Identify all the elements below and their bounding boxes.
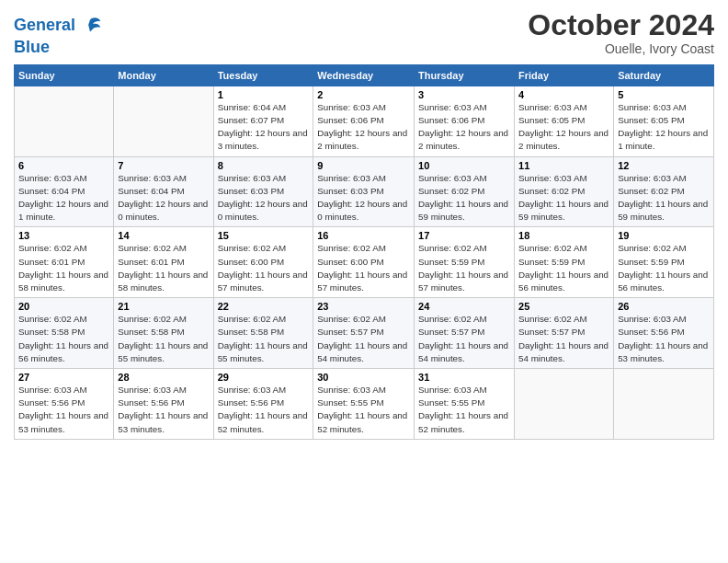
calendar-week-2: 6Sunrise: 6:03 AM Sunset: 6:04 PM Daylig… [15, 156, 714, 227]
calendar-cell: 10Sunrise: 6:03 AM Sunset: 6:02 PM Dayli… [415, 156, 515, 227]
day-info: Sunrise: 6:03 AM Sunset: 6:06 PM Dayligh… [418, 101, 510, 154]
calendar-week-3: 13Sunrise: 6:02 AM Sunset: 6:01 PM Dayli… [15, 227, 714, 298]
day-number: 30 [317, 372, 410, 383]
day-info: Sunrise: 6:02 AM Sunset: 5:58 PM Dayligh… [18, 313, 109, 365]
calendar-cell: 11Sunrise: 6:03 AM Sunset: 6:02 PM Dayli… [515, 156, 614, 227]
day-info: Sunrise: 6:02 AM Sunset: 5:57 PM Dayligh… [418, 313, 510, 365]
location: Ouelle, Ivory Coast [528, 41, 714, 56]
calendar-cell: 13Sunrise: 6:02 AM Sunset: 6:01 PM Dayli… [15, 227, 114, 298]
header: General Blue October 2024 Ouelle, Ivory … [14, 9, 714, 57]
calendar-cell: 28Sunrise: 6:03 AM Sunset: 5:56 PM Dayli… [114, 369, 213, 440]
day-number: 9 [317, 160, 410, 171]
header-saturday: Saturday [614, 64, 714, 86]
calendar-header-row: SundayMondayTuesdayWednesdayThursdayFrid… [15, 64, 714, 86]
day-number: 21 [118, 301, 209, 312]
day-number: 22 [218, 301, 310, 312]
calendar-cell: 22Sunrise: 6:02 AM Sunset: 5:58 PM Dayli… [213, 298, 313, 369]
header-friday: Friday [515, 64, 614, 86]
day-info: Sunrise: 6:03 AM Sunset: 6:05 PM Dayligh… [518, 101, 609, 154]
calendar-week-5: 27Sunrise: 6:03 AM Sunset: 5:56 PM Dayli… [15, 369, 714, 440]
calendar-week-4: 20Sunrise: 6:02 AM Sunset: 5:58 PM Dayli… [15, 298, 714, 369]
calendar-cell: 16Sunrise: 6:02 AM Sunset: 6:00 PM Dayli… [313, 227, 415, 298]
logo-icon [77, 13, 103, 39]
title-block: October 2024 Ouelle, Ivory Coast [528, 9, 714, 56]
day-number: 25 [518, 301, 609, 312]
day-info: Sunrise: 6:02 AM Sunset: 5:57 PM Dayligh… [317, 313, 410, 365]
day-number: 3 [418, 89, 510, 100]
day-number: 11 [518, 160, 609, 171]
day-number: 26 [618, 301, 710, 312]
day-number: 5 [618, 89, 710, 100]
day-info: Sunrise: 6:03 AM Sunset: 6:06 PM Dayligh… [317, 101, 410, 154]
calendar-cell: 8Sunrise: 6:03 AM Sunset: 6:03 PM Daylig… [213, 156, 313, 227]
calendar-cell: 24Sunrise: 6:02 AM Sunset: 5:57 PM Dayli… [415, 298, 515, 369]
day-info: Sunrise: 6:03 AM Sunset: 5:55 PM Dayligh… [317, 384, 410, 436]
day-info: Sunrise: 6:02 AM Sunset: 5:58 PM Dayligh… [218, 313, 310, 365]
day-number: 6 [18, 160, 109, 171]
day-number: 27 [18, 372, 109, 383]
day-info: Sunrise: 6:03 AM Sunset: 6:04 PM Dayligh… [118, 172, 209, 224]
day-number: 24 [418, 301, 510, 312]
calendar-cell [614, 369, 714, 440]
logo-text: General [14, 17, 75, 35]
day-number: 14 [118, 230, 209, 241]
day-info: Sunrise: 6:02 AM Sunset: 5:59 PM Dayligh… [518, 242, 609, 294]
calendar-cell: 27Sunrise: 6:03 AM Sunset: 5:56 PM Dayli… [15, 369, 114, 440]
day-number: 29 [218, 372, 310, 383]
calendar-cell: 26Sunrise: 6:03 AM Sunset: 5:56 PM Dayli… [614, 298, 714, 369]
calendar-cell: 6Sunrise: 6:03 AM Sunset: 6:04 PM Daylig… [15, 156, 114, 227]
day-info: Sunrise: 6:03 AM Sunset: 6:02 PM Dayligh… [618, 172, 710, 224]
calendar-cell: 1Sunrise: 6:04 AM Sunset: 6:07 PM Daylig… [213, 86, 313, 156]
day-info: Sunrise: 6:02 AM Sunset: 6:00 PM Dayligh… [218, 242, 310, 294]
day-info: Sunrise: 6:03 AM Sunset: 6:03 PM Dayligh… [317, 172, 410, 224]
header-wednesday: Wednesday [313, 64, 415, 86]
calendar-cell: 12Sunrise: 6:03 AM Sunset: 6:02 PM Dayli… [614, 156, 714, 227]
calendar-cell: 3Sunrise: 6:03 AM Sunset: 6:06 PM Daylig… [415, 86, 515, 156]
logo-blue: Blue [14, 39, 103, 57]
day-info: Sunrise: 6:03 AM Sunset: 5:55 PM Dayligh… [418, 384, 510, 436]
day-info: Sunrise: 6:02 AM Sunset: 6:01 PM Dayligh… [118, 242, 209, 294]
day-number: 19 [618, 230, 710, 241]
calendar-cell: 15Sunrise: 6:02 AM Sunset: 6:00 PM Dayli… [213, 227, 313, 298]
day-number: 23 [317, 301, 410, 312]
day-info: Sunrise: 6:02 AM Sunset: 5:57 PM Dayligh… [518, 313, 609, 365]
header-tuesday: Tuesday [213, 64, 313, 86]
day-number: 17 [418, 230, 510, 241]
calendar-cell: 2Sunrise: 6:03 AM Sunset: 6:06 PM Daylig… [313, 86, 415, 156]
calendar-cell [114, 86, 213, 156]
day-info: Sunrise: 6:03 AM Sunset: 6:03 PM Dayligh… [218, 172, 310, 224]
calendar-cell [515, 369, 614, 440]
header-thursday: Thursday [415, 64, 515, 86]
day-number: 18 [518, 230, 609, 241]
calendar-cell: 19Sunrise: 6:02 AM Sunset: 5:59 PM Dayli… [614, 227, 714, 298]
day-number: 10 [418, 160, 510, 171]
month-title: October 2024 [528, 9, 714, 41]
day-info: Sunrise: 6:02 AM Sunset: 6:01 PM Dayligh… [18, 242, 109, 294]
calendar-week-1: 1Sunrise: 6:04 AM Sunset: 6:07 PM Daylig… [15, 86, 714, 156]
calendar-cell: 31Sunrise: 6:03 AM Sunset: 5:55 PM Dayli… [415, 369, 515, 440]
day-number: 1 [218, 89, 310, 100]
header-sunday: Sunday [15, 64, 114, 86]
day-number: 4 [518, 89, 609, 100]
calendar: SundayMondayTuesdayWednesdayThursdayFrid… [14, 64, 714, 440]
calendar-cell: 21Sunrise: 6:02 AM Sunset: 5:58 PM Dayli… [114, 298, 213, 369]
day-number: 2 [317, 89, 410, 100]
day-number: 20 [18, 301, 109, 312]
calendar-cell: 7Sunrise: 6:03 AM Sunset: 6:04 PM Daylig… [114, 156, 213, 227]
day-info: Sunrise: 6:02 AM Sunset: 5:59 PM Dayligh… [418, 242, 510, 294]
logo: General Blue [14, 13, 103, 57]
calendar-cell: 4Sunrise: 6:03 AM Sunset: 6:05 PM Daylig… [515, 86, 614, 156]
day-info: Sunrise: 6:03 AM Sunset: 6:02 PM Dayligh… [418, 172, 510, 224]
calendar-cell: 18Sunrise: 6:02 AM Sunset: 5:59 PM Dayli… [515, 227, 614, 298]
day-info: Sunrise: 6:03 AM Sunset: 5:56 PM Dayligh… [218, 384, 310, 436]
day-info: Sunrise: 6:02 AM Sunset: 5:58 PM Dayligh… [118, 313, 209, 365]
day-info: Sunrise: 6:03 AM Sunset: 5:56 PM Dayligh… [118, 384, 209, 436]
calendar-cell: 17Sunrise: 6:02 AM Sunset: 5:59 PM Dayli… [415, 227, 515, 298]
day-info: Sunrise: 6:04 AM Sunset: 6:07 PM Dayligh… [218, 101, 310, 154]
day-info: Sunrise: 6:02 AM Sunset: 6:00 PM Dayligh… [317, 242, 410, 294]
day-number: 13 [18, 230, 109, 241]
calendar-cell: 25Sunrise: 6:02 AM Sunset: 5:57 PM Dayli… [515, 298, 614, 369]
day-info: Sunrise: 6:03 AM Sunset: 6:04 PM Dayligh… [18, 172, 109, 224]
calendar-cell: 9Sunrise: 6:03 AM Sunset: 6:03 PM Daylig… [313, 156, 415, 227]
day-number: 28 [118, 372, 209, 383]
